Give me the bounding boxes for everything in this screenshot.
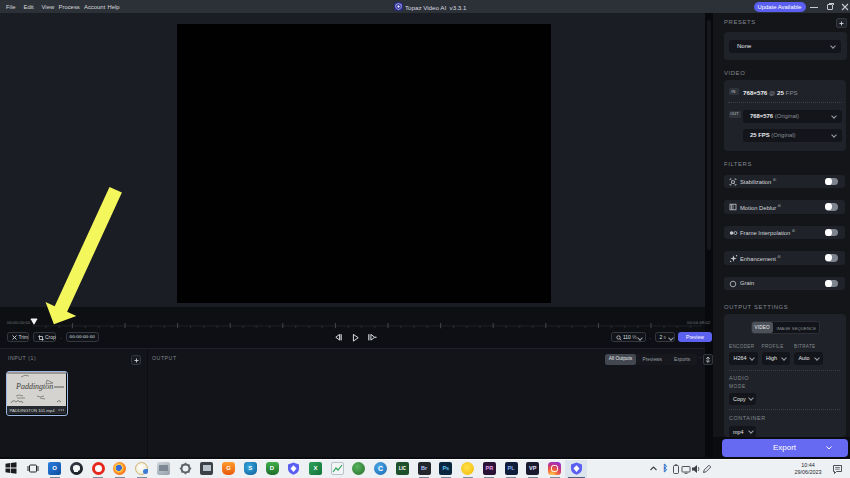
svg-text:Paddington: Paddington — [15, 381, 53, 390]
svg-text:PADDINGTON 101.mp4: PADDINGTON 101.mp4 — [10, 407, 56, 412]
